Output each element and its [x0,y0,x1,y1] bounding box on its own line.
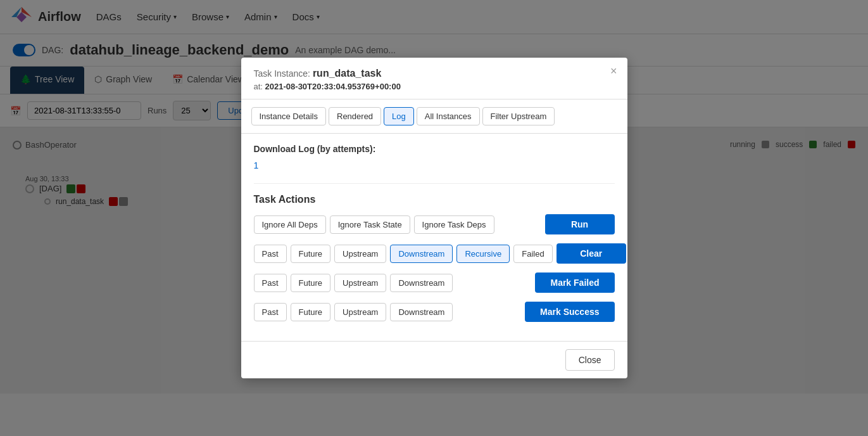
clear-toggle-failed[interactable]: Failed [513,245,552,263]
tab-instance-details[interactable]: Instance Details [251,107,327,125]
modal-overlay[interactable]: Task Instance: run_data_task at: 2021-08… [0,0,868,436]
mark-success-action-row: Past Future Upstream Downstream Mark Suc… [254,302,615,322]
modal-task-name: run_data_task [313,68,382,79]
run-button[interactable]: Run [545,214,615,234]
clear-toggle-downstream[interactable]: Downstream [390,245,453,263]
download-log-link[interactable]: 1 [254,160,259,170]
tab-rendered[interactable]: Rendered [329,107,381,125]
clear-action-row: Past Future Upstream Downstream Recursiv… [254,243,615,264]
modal-close-button[interactable]: × [610,65,617,77]
mark-failed-button[interactable]: Mark Failed [535,272,614,293]
download-log-title: Download Log (by attempts): [254,144,615,154]
modal-body: Download Log (by attempts): 1 Task Actio… [241,134,627,341]
at-label: at: [254,82,263,91]
mark-failed-action-row: Past Future Upstream Downstream Mark Fai… [254,272,615,293]
mf-toggle-upstream[interactable]: Upstream [334,274,386,292]
modal-title-row: Task Instance: run_data_task [254,68,615,79]
ms-toggle-downstream[interactable]: Downstream [390,303,453,321]
modal-timestamp: 2021-08-30T20:33:04.953769+00:00 [265,82,401,91]
mf-toggle-future[interactable]: Future [291,274,331,292]
clear-toggle-past[interactable]: Past [254,245,287,263]
ms-toggle-upstream[interactable]: Upstream [334,303,386,321]
ms-toggle-future[interactable]: Future [291,303,331,321]
run-action-row: Ignore All Deps Ignore Task State Ignore… [254,214,615,234]
clear-toggle-future[interactable]: Future [291,245,331,263]
ms-toggle-past[interactable]: Past [254,303,287,321]
clear-toggle-recursive[interactable]: Recursive [456,245,510,263]
modal-footer: Close [241,341,627,378]
modal-tabs: Instance Details Rendered Log All Instan… [241,99,627,134]
task-actions-title: Task Actions [254,194,615,205]
toggle-ignore-all-deps[interactable]: Ignore All Deps [254,215,326,234]
clear-toggle-upstream[interactable]: Upstream [334,245,386,263]
modal: Task Instance: run_data_task at: 2021-08… [241,58,627,378]
clear-button[interactable]: Clear [557,243,626,264]
download-log-section: Download Log (by attempts): 1 [254,144,615,170]
tab-filter-upstream[interactable]: Filter Upstream [482,107,555,125]
toggle-ignore-task-deps[interactable]: Ignore Task Deps [414,215,494,234]
tab-all-instances[interactable]: All Instances [417,107,480,125]
modal-title-prefix: Task Instance: [254,68,311,79]
tab-log[interactable]: Log [384,107,414,125]
toggle-ignore-task-state[interactable]: Ignore Task State [330,215,410,234]
section-divider [254,183,615,184]
footer-close-button[interactable]: Close [565,349,615,371]
mf-toggle-past[interactable]: Past [254,274,287,292]
mf-toggle-downstream[interactable]: Downstream [390,274,453,292]
modal-timestamp-row: at: 2021-08-30T20:33:04.953769+00:00 [254,82,615,91]
task-actions-section: Task Actions Ignore All Deps Ignore Task… [254,194,615,322]
mark-success-button[interactable]: Mark Success [525,302,614,322]
modal-header: Task Instance: run_data_task at: 2021-08… [241,58,627,99]
